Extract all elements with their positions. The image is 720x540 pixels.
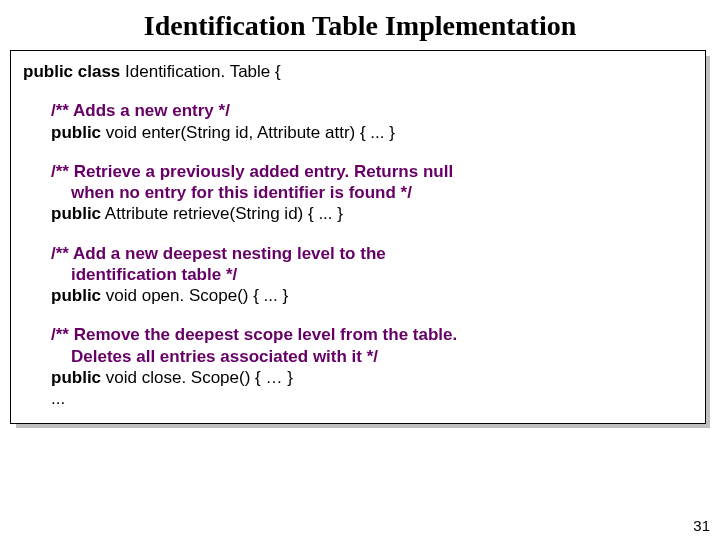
kw-null: null — [423, 162, 453, 181]
kw-public-2: public — [51, 204, 101, 223]
method-enter-sig: void enter(String id, Attribute attr) { … — [101, 123, 395, 142]
method-retrieve-sig: Attribute retrieve(String id) { ... } — [101, 204, 343, 223]
comment-3a: /** Add a new deepest nesting level to t… — [23, 243, 693, 264]
page-number: 31 — [693, 517, 710, 534]
kw-public-class: public class — [23, 62, 120, 81]
method-openscope-sig: void open. Scope() { ... } — [101, 286, 288, 305]
comment-4b: Deletes all entries associated with it *… — [23, 346, 693, 367]
class-name: Identification. Table { — [120, 62, 280, 81]
method-closescope-sig: void close. Scope() { … } — [101, 368, 293, 387]
method-retrieve: public Attribute retrieve(String id) { .… — [23, 203, 693, 224]
comment-3b: identification table */ — [23, 264, 693, 285]
comment-2a-text: /** Retrieve a previously added entry. R… — [51, 162, 423, 181]
kw-public-3: public — [51, 286, 101, 305]
comment-1: /** Adds a new entry */ — [23, 100, 693, 121]
code-panel: public class Identification. Table { /**… — [10, 50, 706, 424]
comment-2b: when no entry for this identifier is fou… — [23, 182, 693, 203]
slide-title: Identification Table Implementation — [0, 10, 720, 42]
method-enter: public void enter(String id, Attribute a… — [23, 122, 693, 143]
kw-public-4: public — [51, 368, 101, 387]
class-decl: public class Identification. Table { — [23, 61, 693, 82]
ellipsis: ... — [23, 388, 693, 409]
code-box: public class Identification. Table { /**… — [10, 50, 706, 424]
comment-4a: /** Remove the deepest scope level from … — [23, 324, 693, 345]
method-openscope: public void open. Scope() { ... } — [23, 285, 693, 306]
method-closescope: public void close. Scope() { … } — [23, 367, 693, 388]
comment-2a: /** Retrieve a previously added entry. R… — [23, 161, 693, 182]
kw-public-1: public — [51, 123, 101, 142]
